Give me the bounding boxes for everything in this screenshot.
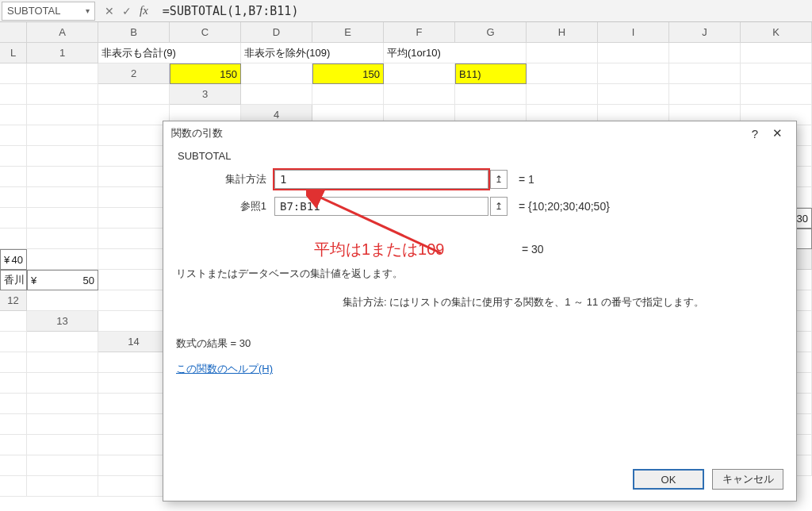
dialog-titlebar[interactable]: 関数の引数 ? ✕	[163, 121, 796, 145]
cell[interactable]	[0, 311, 27, 332]
cell[interactable]	[98, 229, 170, 249]
cell[interactable]	[0, 208, 27, 229]
cell[interactable]	[669, 43, 741, 63]
arg2-input[interactable]: B7:B11	[274, 197, 488, 216]
ok-button[interactable]: OK	[633, 469, 704, 490]
cell[interactable]	[0, 167, 27, 187]
cell[interactable]	[0, 187, 27, 208]
cell[interactable]	[98, 373, 170, 394]
formula-input[interactable]: =SUBTOTAL(1,B7:B11)	[156, 4, 812, 18]
cell[interactable]	[741, 43, 812, 63]
cell[interactable]	[98, 476, 170, 497]
function-help-link[interactable]: この関数のヘルプ(H)	[176, 362, 273, 376]
cell[interactable]	[0, 105, 27, 125]
cell[interactable]	[27, 435, 98, 455]
cell[interactable]	[0, 63, 27, 84]
cell-B11[interactable]: ¥50	[27, 270, 98, 290]
col-header-E[interactable]: E	[312, 22, 384, 43]
cancel-button[interactable]: キャンセル	[712, 469, 783, 490]
cell[interactable]	[27, 373, 98, 394]
help-icon[interactable]: ?	[744, 127, 766, 140]
col-header-G[interactable]: G	[455, 22, 527, 43]
cell-A11[interactable]: 香川	[0, 270, 27, 290]
cell-B10[interactable]: ¥40	[0, 249, 27, 270]
cell[interactable]	[241, 63, 312, 84]
cell[interactable]	[241, 84, 312, 105]
cell[interactable]	[98, 167, 170, 187]
cell-E1[interactable]: 平均(1or10)	[384, 43, 527, 63]
cell[interactable]	[598, 84, 669, 105]
cell[interactable]	[98, 208, 170, 229]
fx-icon[interactable]: fx	[140, 4, 148, 17]
col-header-I[interactable]: I	[598, 22, 669, 43]
cell[interactable]	[0, 435, 27, 455]
cell[interactable]	[0, 414, 27, 435]
col-header-C[interactable]: C	[170, 22, 241, 43]
cell[interactable]	[98, 435, 170, 455]
col-header-A[interactable]: A	[27, 22, 98, 43]
cell[interactable]	[98, 455, 170, 476]
cell[interactable]	[598, 63, 669, 84]
cell[interactable]	[27, 187, 98, 208]
row-header-2[interactable]: 2	[98, 63, 170, 84]
row-header-13[interactable]: 13	[27, 311, 98, 332]
col-header-F[interactable]: F	[384, 22, 455, 43]
cell-A2[interactable]: 150	[170, 63, 241, 84]
row-header-14[interactable]: 14	[98, 332, 170, 352]
cell[interactable]	[98, 125, 170, 146]
cell[interactable]	[98, 270, 170, 290]
cell[interactable]	[527, 63, 598, 84]
cell[interactable]	[27, 84, 98, 105]
cell[interactable]	[0, 476, 27, 497]
cell[interactable]	[0, 455, 27, 476]
cell[interactable]	[384, 63, 455, 84]
cell[interactable]	[98, 84, 170, 105]
cell[interactable]	[27, 332, 98, 352]
cell[interactable]	[27, 146, 98, 167]
col-header-D[interactable]: D	[241, 22, 312, 43]
cell[interactable]	[27, 476, 98, 497]
cell[interactable]	[98, 146, 170, 167]
cell[interactable]	[0, 125, 27, 146]
cell[interactable]	[455, 84, 527, 105]
cell[interactable]	[0, 229, 27, 249]
cancel-icon[interactable]: ✕	[105, 5, 114, 17]
cell[interactable]	[98, 394, 170, 414]
cell-C2[interactable]: 150	[312, 63, 384, 84]
cell[interactable]	[98, 290, 170, 311]
cell-A1[interactable]: 非表示も合計(9)	[98, 43, 241, 63]
row-header-3[interactable]: 3	[170, 84, 241, 105]
cell-C1[interactable]: 非表示を除外(109)	[241, 43, 384, 63]
cell[interactable]	[98, 105, 170, 125]
cell[interactable]	[527, 84, 598, 105]
cell[interactable]	[27, 229, 98, 249]
col-header-L[interactable]: L	[0, 43, 27, 63]
cell[interactable]	[27, 167, 98, 187]
cell[interactable]	[27, 105, 98, 125]
cell[interactable]	[741, 63, 812, 84]
col-header-K[interactable]: K	[741, 22, 812, 43]
cell[interactable]	[27, 290, 98, 311]
cell[interactable]	[27, 125, 98, 146]
row-header-12[interactable]: 12	[0, 290, 27, 311]
confirm-icon[interactable]: ✓	[122, 5, 132, 17]
arg1-input[interactable]: 1	[274, 170, 488, 189]
cell[interactable]	[27, 414, 98, 435]
cell[interactable]	[0, 146, 27, 167]
cell[interactable]	[98, 352, 170, 373]
cell[interactable]	[384, 84, 455, 105]
collapse-dialog-icon[interactable]: ↥	[490, 170, 508, 189]
cell[interactable]	[27, 352, 98, 373]
cell[interactable]	[0, 84, 27, 105]
cell[interactable]	[27, 455, 98, 476]
cell[interactable]	[27, 249, 98, 270]
cell[interactable]	[0, 332, 27, 352]
cell[interactable]	[741, 84, 812, 105]
col-header-J[interactable]: J	[669, 22, 741, 43]
cell-E2[interactable]: B11)	[455, 63, 527, 84]
name-box[interactable]: SUBTOTAL ▾	[2, 2, 95, 21]
select-all-corner[interactable]	[0, 22, 27, 43]
cell[interactable]	[669, 84, 741, 105]
cell[interactable]	[598, 43, 669, 63]
cell[interactable]	[527, 43, 598, 63]
